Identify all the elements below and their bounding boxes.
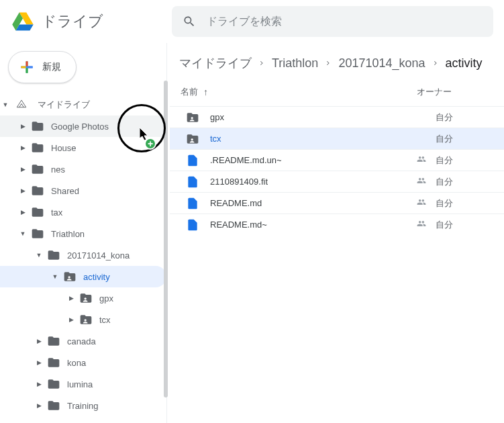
tree-item[interactable]: ▶gpx <box>0 287 166 309</box>
tree-item[interactable]: ▶Shared <box>0 180 166 201</box>
folder-icon <box>47 377 60 391</box>
column-name[interactable]: 名前 ↑ <box>181 86 417 98</box>
expand-icon[interactable]: ▶ <box>19 144 27 151</box>
tree-label: マイドライブ <box>38 99 90 111</box>
tree-item[interactable]: ▶nes <box>0 158 166 180</box>
file-name: README.md <box>210 198 415 208</box>
folder-icon <box>31 184 44 197</box>
file-owner: 自分 <box>436 219 453 231</box>
breadcrumb-item[interactable]: マイドライブ <box>179 55 252 71</box>
tree-item[interactable]: ▼Triathlon <box>0 223 166 244</box>
file-row[interactable]: README.md自分 <box>170 192 504 214</box>
breadcrumb: マイドライブTriathlon20171014_konaactivity <box>170 43 504 83</box>
shared-folder-icon <box>79 291 93 305</box>
chevron-right-icon <box>432 60 439 66</box>
expand-icon[interactable]: ▼ <box>1 101 9 108</box>
expand-icon[interactable]: ▶ <box>35 381 43 387</box>
file-owner: 自分 <box>436 154 453 167</box>
svg-rect-5 <box>21 66 26 68</box>
shared-icon <box>415 219 427 228</box>
file-list: gpx自分tcx自分.README.md.un~自分2110891409.fit… <box>170 106 504 235</box>
search-bar[interactable]: ドライブを検索 <box>172 6 493 37</box>
file-row[interactable]: tcx自分 <box>170 128 504 149</box>
breadcrumb-item[interactable]: Triathlon <box>272 56 318 70</box>
collapse-icon[interactable]: ▼ <box>51 273 59 280</box>
folder-icon <box>47 248 60 262</box>
app-title: ドライブ <box>42 11 103 32</box>
tree-item[interactable]: ▶House <box>0 137 166 158</box>
tree-item-label: Training <box>67 401 98 411</box>
expand-icon[interactable]: ▶ <box>67 295 75 301</box>
tree-item-label: Google Photos <box>51 122 109 132</box>
tree-item-label: House <box>51 143 77 153</box>
tree-item-label: kona <box>67 358 86 368</box>
folder-icon <box>31 205 44 219</box>
search-icon <box>183 15 196 28</box>
file-row[interactable]: README.md~自分 <box>170 214 504 235</box>
expand-icon[interactable]: ▶ <box>35 402 43 409</box>
sort-asc-icon: ↑ <box>203 87 208 97</box>
tree-item[interactable]: ▼20171014_kona <box>0 244 166 266</box>
file-name: 2110891409.fit <box>210 177 415 187</box>
expand-icon[interactable]: ▶ <box>19 187 27 194</box>
file-icon <box>186 197 199 210</box>
tree-item[interactable]: ▼activity <box>0 266 166 287</box>
svg-rect-3 <box>26 61 28 66</box>
folder-icon <box>47 334 60 348</box>
new-button[interactable]: 新規 <box>8 51 77 83</box>
collapse-icon[interactable]: ▼ <box>19 230 27 237</box>
file-icon <box>186 175 199 189</box>
svg-rect-4 <box>26 68 28 73</box>
file-row[interactable]: .README.md.un~自分 <box>170 149 504 171</box>
column-owner[interactable]: オーナー <box>417 86 493 98</box>
tree-mydrive[interactable]: ▼ マイドライブ <box>0 94 166 115</box>
breadcrumb-item[interactable]: 20171014_kona <box>338 56 425 70</box>
folder-icon <box>47 356 60 369</box>
main-panel: マイドライブTriathlon20171014_konaactivity 名前 … <box>166 43 504 423</box>
expand-icon[interactable]: ▶ <box>19 209 27 216</box>
tree-item[interactable]: ▶canada <box>0 330 166 352</box>
file-owner: 自分 <box>436 176 453 188</box>
shared-icon <box>415 154 427 164</box>
expand-icon[interactable]: ▶ <box>67 316 75 323</box>
tree-item[interactable]: ▶tax <box>0 201 166 223</box>
scrollbar[interactable] <box>164 81 168 397</box>
file-row[interactable]: gpx自分 <box>170 106 504 128</box>
tree-item[interactable]: ▶Google Photos <box>0 115 166 137</box>
expand-icon[interactable]: ▶ <box>35 359 43 366</box>
file-name: gpx <box>210 112 415 122</box>
file-owner: 自分 <box>436 197 453 209</box>
search-placeholder: ドライブを検索 <box>207 15 282 29</box>
collapse-icon[interactable]: ▼ <box>35 252 43 258</box>
tree-item[interactable]: ▶lumina <box>0 373 166 395</box>
tree-item-label: nes <box>51 164 65 175</box>
tree-item[interactable]: ▶Training <box>0 395 166 416</box>
file-name: tcx <box>210 134 415 144</box>
mydrive-icon <box>15 98 28 111</box>
tree-item-label: Triathlon <box>51 229 85 239</box>
tree-item-label: lumina <box>67 379 93 389</box>
header: ドライブ ドライブを検索 <box>0 0 504 43</box>
file-row[interactable]: 2110891409.fit自分 <box>170 171 504 192</box>
column-name-label: 名前 <box>181 86 198 98</box>
new-button-label: 新規 <box>42 61 61 73</box>
svg-rect-6 <box>28 66 32 68</box>
expand-icon[interactable]: ▶ <box>19 166 27 173</box>
drive-logo-icon <box>11 9 35 34</box>
file-icon <box>186 154 199 167</box>
tree-item[interactable]: ▶tcx <box>0 309 166 330</box>
shared-folder-icon <box>186 132 199 146</box>
folder-icon <box>31 227 44 240</box>
shared-folder-icon <box>79 313 93 326</box>
shared-icon <box>415 197 427 207</box>
chevron-right-icon <box>325 60 332 66</box>
expand-icon[interactable]: ▶ <box>35 338 43 344</box>
breadcrumb-item[interactable]: activity <box>446 56 483 70</box>
folder-icon <box>47 399 60 412</box>
tree-item-label: gpx <box>99 293 113 303</box>
chevron-right-icon <box>258 60 265 66</box>
folder-icon <box>31 162 44 176</box>
expand-icon[interactable]: ▶ <box>19 123 27 130</box>
list-header: 名前 ↑ オーナー <box>170 83 504 106</box>
tree-item[interactable]: ▶kona <box>0 352 166 373</box>
